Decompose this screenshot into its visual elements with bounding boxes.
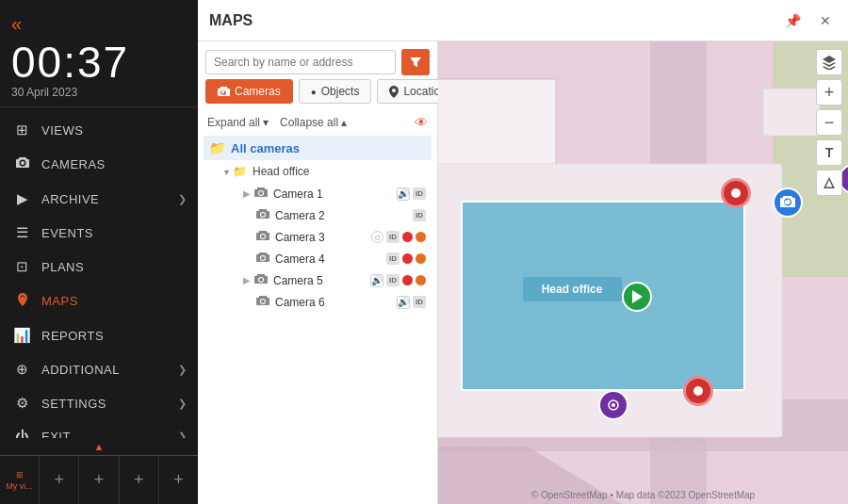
sidebar-tab-add2[interactable]: + xyxy=(79,456,119,504)
status-dot-orange xyxy=(416,253,426,264)
map-copyright: © OpenStreetMap • Map data ©2023 OpenStr… xyxy=(531,490,755,500)
svg-text:Head office: Head office xyxy=(542,283,603,296)
zoom-in-button[interactable]: + xyxy=(816,79,842,106)
sidebar-item-maps[interactable]: MAPS xyxy=(0,284,198,318)
sidebar-item-plans[interactable]: ⊡ PLANS xyxy=(0,250,198,284)
text-tool-button[interactable]: T xyxy=(816,139,842,166)
sidebar-tab-myview[interactable]: ⊞ My vi... xyxy=(0,456,40,504)
plus-icon: + xyxy=(55,470,65,490)
sidebar-item-label: ADDITIONAL xyxy=(41,363,120,377)
sidebar-item-label: SETTINGS xyxy=(41,397,106,411)
header-actions: 📌 ✕ xyxy=(779,11,837,30)
camera-badges: ID xyxy=(386,252,426,265)
sidebar-item-label: MAPS xyxy=(41,294,78,308)
list-item[interactable]: ▶ Camera 1 🔊 ID xyxy=(234,183,432,204)
status-dot-red xyxy=(402,253,413,264)
list-item[interactable]: Camera 2 ID xyxy=(234,204,432,226)
additional-icon: ⊕ xyxy=(13,361,32,378)
sidebar-item-settings[interactable]: ⚙ SETTINGS ❯ xyxy=(0,386,198,420)
visibility-toggle-button[interactable]: 👁 xyxy=(415,115,428,130)
measure-tool-button[interactable] xyxy=(816,170,842,196)
list-item[interactable]: Camera 4 ID xyxy=(234,248,432,269)
map-toolbar: + − T xyxy=(816,49,842,196)
camera-icon xyxy=(256,295,269,309)
sound-badge: 🔊 xyxy=(397,187,410,201)
sidebar-item-events[interactable]: ☰ EVENTS xyxy=(0,216,198,250)
sidebar-item-views[interactable]: ⊞ VIEWS xyxy=(0,113,198,147)
date-display: 30 April 2023 xyxy=(11,86,187,99)
grid-icon: ⊞ xyxy=(16,470,24,480)
sound-badge: 🔊 xyxy=(397,296,410,309)
id-badge: ID xyxy=(386,231,400,243)
chevron-down-icon: ▾ xyxy=(224,167,229,177)
plus-icon: + xyxy=(173,470,184,490)
sidebar-item-label: EVENTS xyxy=(41,226,93,240)
back-button[interactable]: « xyxy=(11,13,22,35)
status-dot-orange xyxy=(416,275,426,285)
layers-button[interactable] xyxy=(816,49,842,75)
id-badge: ID xyxy=(413,209,426,221)
list-item[interactable]: Camera 3 ○ ID xyxy=(234,226,432,248)
sidebar-tab-add4[interactable]: + xyxy=(159,456,198,504)
svg-point-16 xyxy=(612,403,615,407)
camera-badges: ○ ID xyxy=(371,231,426,243)
list-item[interactable]: Camera 6 🔊 ID xyxy=(234,291,432,313)
sidebar-item-label: CAMERAS xyxy=(41,157,106,171)
tab-cameras-button[interactable]: Cameras xyxy=(205,79,293,104)
main-panel: MAPS 📌 ✕ Cameras ● xyxy=(198,0,848,504)
maps-icon xyxy=(13,292,32,310)
chevron-right-icon: ❯ xyxy=(178,398,188,410)
svg-rect-13 xyxy=(763,89,820,136)
search-input[interactable] xyxy=(205,50,396,74)
camera-icon xyxy=(256,252,269,266)
camera-icon xyxy=(256,230,269,244)
camera-badges: 🔊 ID xyxy=(397,296,426,309)
camera-marker-red-bottom[interactable] xyxy=(683,376,713,406)
reports-icon: 📊 xyxy=(13,327,32,344)
camera-marker-green[interactable] xyxy=(622,282,652,312)
expand-all-button[interactable]: Expand all ▾ xyxy=(207,116,269,129)
tree-root-group: 📁 All cameras ▾ 📁 Head office ▶ xyxy=(204,136,432,313)
camera-marker-blue[interactable] xyxy=(773,187,803,218)
chevron-right-icon: ❯ xyxy=(178,431,188,438)
tree-subgroup-headoffice: ▾ 📁 Head office ▶ Camera 1 xyxy=(219,160,432,313)
chevron-up-icon: ▴ xyxy=(341,116,347,129)
collapse-all-button[interactable]: Collapse all ▴ xyxy=(280,116,347,129)
circle-badge: ○ xyxy=(371,231,383,243)
sidebar-item-reports[interactable]: 📊 REPORTS xyxy=(0,318,198,352)
sidebar-tab-add1[interactable]: + xyxy=(40,456,79,504)
camera-marker-red-top[interactable] xyxy=(721,178,751,208)
sidebar-item-archive[interactable]: ▶ ARCHIVE ❯ xyxy=(0,182,198,216)
filter-button[interactable] xyxy=(401,49,430,75)
tree-subgroup-header[interactable]: ▾ 📁 Head office xyxy=(219,160,432,183)
sidebar-item-label: EXIT xyxy=(41,430,71,438)
events-icon: ☰ xyxy=(13,224,32,241)
camera-badges: 🔊 ID xyxy=(397,187,426,201)
tree-root-header[interactable]: 📁 All cameras xyxy=(204,136,432,160)
sidebar-header: « 00:37 30 April 2023 xyxy=(0,0,198,107)
folder-icon: 📁 xyxy=(233,165,247,178)
list-item[interactable]: ▶ Camera 5 🔊 ID xyxy=(234,269,432,291)
camera-icon xyxy=(254,187,268,201)
chevron-right-icon: ▶ xyxy=(243,275,251,285)
camera-marker-purple[interactable] xyxy=(598,390,628,420)
sidebar-item-exit[interactable]: ⏻ EXIT ❯ xyxy=(0,420,198,438)
zoom-out-button[interactable]: − xyxy=(816,109,842,136)
status-dot-orange xyxy=(416,232,426,242)
sidebar-tab-add3[interactable]: + xyxy=(120,456,159,504)
camera-icon xyxy=(254,273,268,287)
sidebar-item-label: PLANS xyxy=(41,260,84,274)
id-badge: ID xyxy=(413,296,426,308)
plus-icon: + xyxy=(94,470,105,490)
close-button[interactable]: ✕ xyxy=(814,11,837,30)
pin-button[interactable]: 📌 xyxy=(779,11,807,30)
tab-objects-button[interactable]: ● Objects xyxy=(299,79,372,104)
sidebar-expand-button[interactable]: ▲ xyxy=(0,438,198,455)
id-badge: ID xyxy=(386,252,400,265)
sidebar-item-additional[interactable]: ⊕ ADDITIONAL ❯ xyxy=(0,352,198,386)
folder-open-icon: 📁 xyxy=(209,140,225,155)
sidebar-item-cameras[interactable]: CAMERAS xyxy=(0,147,198,182)
expand-collapse-row: Expand all ▾ Collapse all ▴ 👁 xyxy=(198,111,437,136)
plus-icon: + xyxy=(134,470,144,490)
map-area[interactable]: Head office xyxy=(438,41,848,504)
